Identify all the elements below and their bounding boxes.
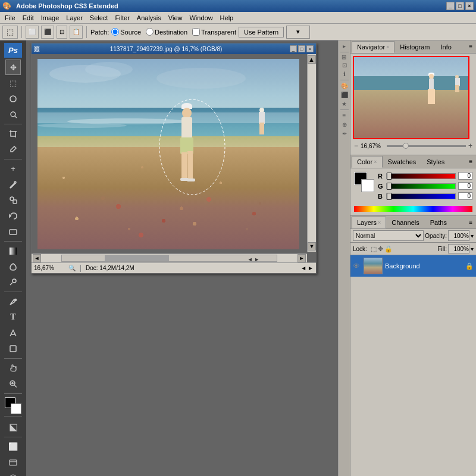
destination-radio-label[interactable]: Destination bbox=[146, 28, 187, 36]
tab-info[interactable]: Info bbox=[435, 41, 456, 53]
panel-icon-1[interactable]: ▸ bbox=[343, 43, 346, 49]
green-slider-thumb[interactable] bbox=[387, 183, 392, 190]
navigator-tab-close[interactable]: × bbox=[386, 44, 389, 50]
scroll-arrows[interactable]: ◄ ► bbox=[230, 256, 277, 262]
use-pattern-button[interactable]: Use Pattern bbox=[239, 27, 284, 37]
panel-icon-4[interactable]: ℹ bbox=[343, 71, 346, 77]
tab-color[interactable]: Color × bbox=[352, 156, 383, 168]
move-tool-button[interactable]: ✥ bbox=[5, 60, 21, 74]
hand-tool-button[interactable] bbox=[5, 361, 21, 375]
eraser-tool-button[interactable] bbox=[5, 224, 21, 239]
zoom-out-button[interactable]: − bbox=[354, 142, 358, 150]
lock-pixels-button[interactable]: ⬚ bbox=[371, 245, 377, 253]
marquee-tool-button[interactable]: ⬚ bbox=[5, 76, 21, 90]
opacity-arrow[interactable]: ▾ bbox=[471, 233, 474, 239]
destination-radio[interactable] bbox=[146, 28, 154, 36]
tab-layers[interactable]: Layers × bbox=[352, 217, 386, 228]
green-value-input[interactable] bbox=[458, 182, 472, 190]
tab-paths[interactable]: Paths bbox=[425, 217, 452, 228]
fill-arrow[interactable]: ▾ bbox=[471, 246, 474, 252]
panel-icon-layers[interactable]: ≡ bbox=[343, 112, 346, 119]
layers-tab-close[interactable]: × bbox=[378, 220, 381, 226]
tab-swatches[interactable]: Swatches bbox=[383, 156, 422, 168]
transparent-checkbox[interactable] bbox=[192, 28, 200, 36]
zoom-icon[interactable]: 🔍 bbox=[68, 265, 76, 271]
fill-input[interactable] bbox=[448, 244, 469, 253]
scrollbar-v-down-arrow[interactable]: ▼ bbox=[308, 242, 316, 250]
healing-tool-button[interactable]: + bbox=[5, 161, 21, 176]
zoom-slider-thumb[interactable] bbox=[403, 143, 409, 149]
panel-icon-paths[interactable]: ✒ bbox=[342, 130, 347, 137]
option-btn-2[interactable]: ⬛ bbox=[41, 26, 54, 39]
path-select-button[interactable] bbox=[5, 325, 21, 340]
close-button[interactable]: × bbox=[465, 2, 474, 10]
doc-maximize-button[interactable]: □ bbox=[298, 45, 305, 52]
scroll-right-button[interactable]: ► bbox=[308, 265, 314, 271]
opacity-input[interactable] bbox=[448, 230, 469, 241]
panel-menu-button[interactable]: ≡ bbox=[466, 43, 475, 50]
screen-mode-button[interactable]: ⬜ bbox=[5, 439, 21, 454]
blue-value-input[interactable] bbox=[458, 192, 472, 200]
maximize-button[interactable]: □ bbox=[456, 2, 464, 10]
scrollbar-h-right-arrow[interactable]: ► bbox=[298, 254, 306, 262]
brush-tool-button[interactable] bbox=[5, 177, 21, 192]
red-slider-thumb[interactable] bbox=[387, 173, 392, 180]
zoom-in-button[interactable]: + bbox=[468, 142, 472, 150]
panel-icon-styles[interactable]: ★ bbox=[342, 101, 347, 107]
panel-icon-3[interactable]: ⊡ bbox=[342, 62, 347, 68]
canvas-scrollbar-v[interactable]: ▲ ▼ bbox=[307, 54, 316, 252]
blue-slider-thumb[interactable] bbox=[387, 193, 392, 200]
red-value-input[interactable] bbox=[458, 172, 472, 180]
color-tab-close[interactable]: × bbox=[374, 159, 377, 165]
option-btn-4[interactable]: 📋 bbox=[70, 26, 83, 39]
menu-select[interactable]: Select bbox=[86, 13, 112, 23]
option-btn-1[interactable]: ⬜ bbox=[26, 26, 39, 39]
canvas-scrollbar-h[interactable]: ◄ ► ◄ ► bbox=[32, 253, 307, 262]
option-btn-3[interactable]: ⊡ bbox=[57, 26, 67, 39]
panel-icon-color[interactable]: 🎨 bbox=[341, 83, 348, 89]
zoom-slider[interactable] bbox=[387, 145, 466, 147]
panel-icon-channels[interactable]: ⊕ bbox=[342, 121, 347, 128]
adobe-online-button[interactable] bbox=[5, 455, 21, 469]
color-spectrum-bar[interactable] bbox=[354, 206, 472, 212]
layer-visibility-toggle[interactable]: 👁 bbox=[353, 262, 361, 270]
source-radio-label[interactable]: Source bbox=[111, 28, 141, 36]
extras-button[interactable] bbox=[5, 471, 21, 476]
blue-slider[interactable] bbox=[386, 193, 456, 199]
lock-all-button[interactable]: 🔒 bbox=[384, 245, 393, 253]
tab-channels[interactable]: Channels bbox=[386, 217, 424, 228]
bg-color-swatch[interactable] bbox=[361, 179, 374, 192]
source-radio[interactable] bbox=[111, 28, 119, 36]
menu-file[interactable]: File bbox=[1, 13, 19, 23]
background-color[interactable] bbox=[11, 403, 21, 414]
lock-position-button[interactable]: ✥ bbox=[378, 245, 383, 253]
menu-edit[interactable]: Edit bbox=[19, 13, 37, 23]
scroll-nav-buttons[interactable]: ◄ ► bbox=[300, 265, 314, 271]
tab-navigator[interactable]: Navigator × bbox=[352, 41, 394, 53]
scrollbar-h-left-arrow[interactable]: ◄ bbox=[33, 254, 41, 262]
menu-image[interactable]: Image bbox=[37, 13, 63, 23]
menu-analysis[interactable]: Analysis bbox=[133, 13, 165, 23]
canvas-area[interactable]: ▲ ▼ ◄ ► ◄ ► bbox=[32, 54, 316, 262]
quick-mask-button[interactable]: ⬕ bbox=[5, 419, 21, 435]
doc-controls[interactable]: _ □ × bbox=[290, 45, 314, 52]
menu-view[interactable]: View bbox=[165, 13, 186, 23]
dodge-tool-button[interactable] bbox=[5, 275, 21, 290]
lasso-tool-button[interactable] bbox=[5, 91, 21, 106]
title-bar-controls[interactable]: _ □ × bbox=[446, 2, 474, 10]
menu-window[interactable]: Window bbox=[186, 13, 216, 23]
menu-layer[interactable]: Layer bbox=[62, 13, 86, 23]
red-slider[interactable] bbox=[386, 173, 456, 179]
pen-tool-button[interactable] bbox=[5, 294, 21, 309]
blur-tool-button[interactable] bbox=[5, 259, 21, 274]
layer-background[interactable]: 👁 Background 🔒 bbox=[350, 255, 476, 277]
scrollbar-h-thumb-handle[interactable] bbox=[105, 255, 169, 261]
zoom-tool-button[interactable] bbox=[5, 376, 21, 391]
blend-mode-select[interactable]: Normal bbox=[353, 230, 424, 241]
doc-minimize-button[interactable]: _ bbox=[290, 45, 297, 52]
eyedropper-tool-button[interactable] bbox=[5, 142, 21, 156]
crop-tool-button[interactable] bbox=[5, 126, 21, 141]
doc-close-button[interactable]: × bbox=[306, 45, 314, 52]
quick-select-tool-button[interactable] bbox=[5, 107, 21, 122]
shape-tool-button[interactable] bbox=[5, 341, 21, 356]
